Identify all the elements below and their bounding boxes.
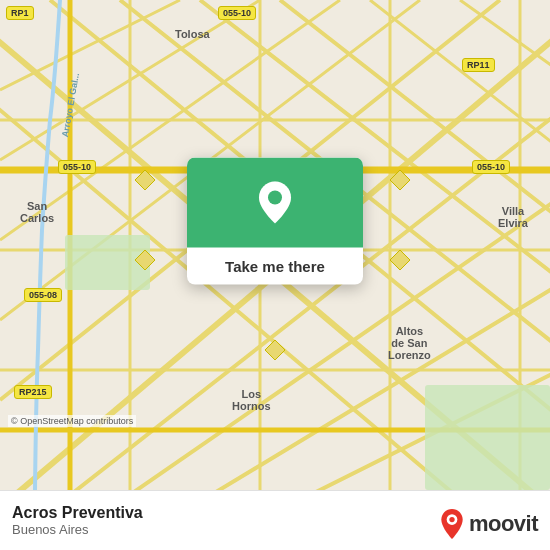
location-name: Acros Preventiva [12,504,143,522]
moovit-logo: moovit [438,508,538,540]
take-me-there-label[interactable]: Take me there [187,247,363,284]
moovit-pin-icon [438,508,466,540]
svg-rect-34 [425,385,550,490]
location-city: Buenos Aires [12,522,143,537]
bottom-bar: Acros Preventiva Buenos Aires moovit [0,490,550,550]
map-container: Tolosa SanCarlos VillaElvira Altosde San… [0,0,550,490]
map-attribution: © OpenStreetMap contributors [8,415,136,427]
svg-point-45 [449,517,454,522]
moovit-text: moovit [469,511,538,537]
svg-point-43 [268,190,282,204]
take-me-there-card[interactable]: Take me there [187,157,363,284]
location-pin-icon [255,179,295,225]
popup-green-area [187,157,363,247]
